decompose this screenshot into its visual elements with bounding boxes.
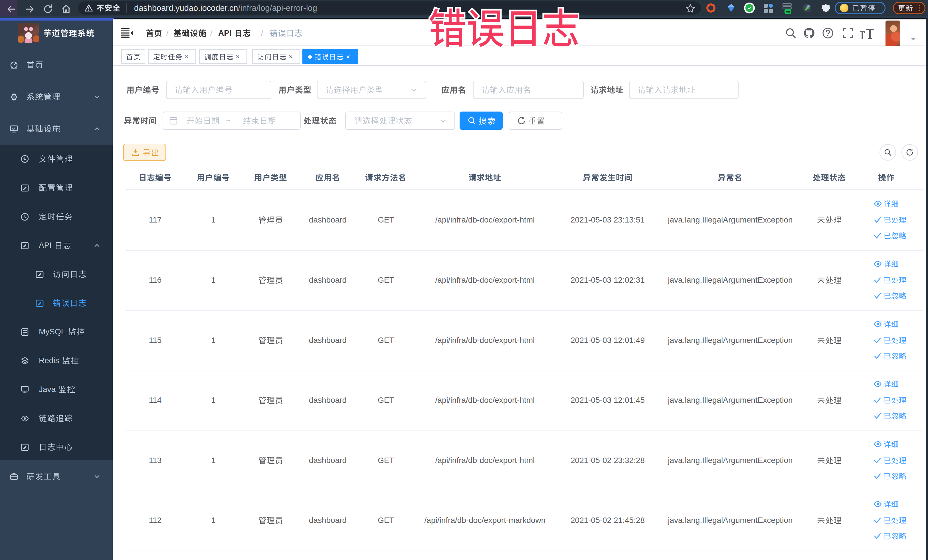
svg-text:on: on: [786, 10, 790, 13]
